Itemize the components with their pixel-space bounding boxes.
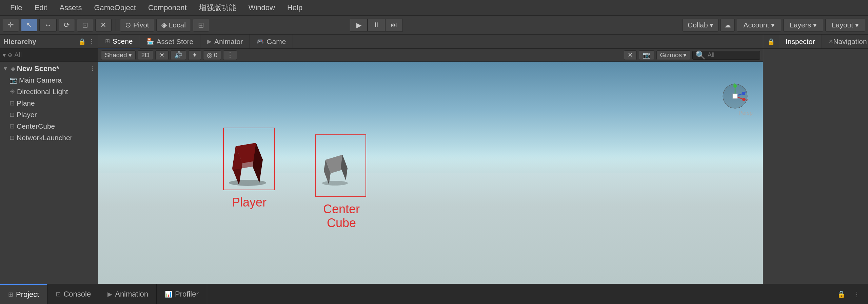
pivot-label: Pivot: [133, 21, 149, 29]
hierarchy-item-directional-light[interactable]: ☀ Directional Light: [0, 86, 98, 97]
layers-button[interactable]: Layers ▾: [783, 19, 823, 31]
inspector-lock-icon[interactable]: 🔒: [763, 35, 779, 48]
hierarchy-search-bar: ▾ ⊕: [0, 49, 98, 62]
collab-button[interactable]: Collab ▾: [683, 19, 718, 31]
hierarchy-item-plane[interactable]: ⊡ Plane: [0, 97, 98, 109]
play-controls: ▶ ⏸ ⏭: [350, 19, 403, 31]
svg-point-8: [322, 181, 348, 186]
light-icon: ☀: [9, 88, 15, 95]
hierarchy-menu-icon[interactable]: ⋮: [88, 38, 95, 45]
tab-inspector[interactable]: Inspector: [779, 35, 822, 48]
gizmos-button[interactable]: Gizmos ▾: [656, 50, 690, 60]
menu-enhanced[interactable]: 增强版功能: [193, 0, 242, 16]
ground-background: [98, 173, 763, 284]
menu-file[interactable]: File: [4, 1, 28, 15]
main-camera-label: Main Camera: [19, 76, 62, 84]
cloud-button[interactable]: ☁: [721, 19, 735, 31]
project-tab-label: Project: [16, 290, 39, 299]
centercube-3d-object: [320, 148, 358, 189]
bottom-right-controls: 🔒 ⋮: [830, 284, 868, 304]
navigation-close-icon[interactable]: ✕: [829, 38, 833, 45]
inspector-content: [763, 49, 868, 284]
tab-console[interactable]: ⊡ Console: [47, 284, 99, 304]
scene-root-label: New Scene*: [17, 64, 59, 73]
tab-game[interactable]: 🎮 Game: [250, 35, 293, 48]
lighting-button[interactable]: ☀: [155, 50, 169, 60]
audio-button[interactable]: 🔊: [171, 50, 186, 60]
hierarchy-item-player[interactable]: ⊡ Player: [0, 109, 98, 121]
pivot-button[interactable]: ⊙ Pivot: [120, 19, 154, 31]
tool-move[interactable]: ↖: [21, 19, 37, 31]
networklauncher-label: NetworkLauncher: [17, 134, 73, 142]
center-panel: ⊞ Scene 🏪 Asset Store ▶ Animator 🎮 Game …: [98, 35, 763, 284]
bottom-lock-icon[interactable]: 🔒: [835, 288, 847, 300]
player-icon: ⊡: [9, 111, 15, 118]
tool-scale[interactable]: ⟳: [59, 19, 75, 31]
console-tab-icon: ⊡: [56, 290, 61, 298]
account-button[interactable]: Account ▾: [737, 19, 781, 31]
layout-button[interactable]: Layout ▾: [825, 19, 865, 31]
hierarchy-lock-icon[interactable]: 🔒: [78, 38, 86, 45]
gizmo-axis-widget[interactable]: Y X Z: [722, 83, 749, 110]
hierarchy-title: Hierarchy: [3, 38, 36, 46]
bottom-menu-icon[interactable]: ⋮: [851, 288, 863, 300]
layer-button[interactable]: ◎ 0: [203, 50, 221, 60]
menu-assets[interactable]: Assets: [53, 1, 88, 15]
tool-rotate[interactable]: ↔: [39, 19, 57, 31]
animation-tab-label: Animation: [115, 290, 148, 299]
local-button[interactable]: ◈ Local: [156, 19, 191, 31]
pivot-icon: ⊙: [125, 21, 131, 29]
scene-view[interactable]: Player CenterCube: [98, 62, 763, 284]
scene-tab-icon: ⊞: [105, 38, 110, 45]
pause-button[interactable]: ⏸: [368, 19, 385, 31]
tool-transform[interactable]: ✕: [95, 19, 112, 31]
tab-profiler[interactable]: 📊 Profiler: [157, 284, 207, 304]
2d-button[interactable]: 2D: [138, 50, 153, 60]
menu-edit[interactable]: Edit: [28, 1, 53, 15]
scene-tab-label: Scene: [113, 37, 133, 45]
scene-pick-button[interactable]: ✕: [624, 50, 637, 60]
scene-cam-button[interactable]: 📷: [639, 50, 654, 60]
tab-asset-store[interactable]: 🏪 Asset Store: [140, 35, 201, 48]
svg-point-13: [742, 98, 746, 101]
svg-point-4: [229, 180, 266, 186]
more-button[interactable]: ⋮: [223, 50, 237, 60]
hierarchy-item-networklauncher[interactable]: ⊡ NetworkLauncher: [0, 132, 98, 144]
tab-project[interactable]: ⊞ Project: [0, 284, 47, 304]
tool-rect[interactable]: ⊡: [77, 19, 93, 31]
tab-navigation[interactable]: ✕ Navigation: [822, 35, 868, 48]
tab-animator[interactable]: ▶ Animator: [200, 35, 250, 48]
step-button[interactable]: ⏭: [385, 19, 403, 31]
scene-search-input[interactable]: [708, 51, 757, 59]
centercube-label: CenterCube: [17, 122, 55, 130]
toolbar: ✛ ↖ ↔ ⟳ ⊡ ✕ ⊙ Pivot ◈ Local ⊞ ▶ ⏸ ⏭ Coll…: [0, 16, 868, 35]
scene-menu-icon[interactable]: ⋮: [90, 65, 95, 72]
hierarchy-item-centercube[interactable]: ⊡ CenterCube: [0, 121, 98, 132]
shading-dropdown[interactable]: Shaded ▾: [101, 50, 136, 60]
filter-icon: ⊕: [8, 52, 12, 58]
menu-gameobject[interactable]: GameObject: [88, 1, 142, 15]
tab-animation[interactable]: ▶ Animation: [99, 284, 157, 304]
menu-component[interactable]: Component: [142, 1, 193, 15]
fx-button[interactable]: ✦: [188, 50, 201, 60]
menu-window[interactable]: Window: [242, 1, 281, 15]
centercube-icon: ⊡: [9, 123, 15, 130]
player-3d-object: [229, 133, 270, 187]
top-right-buttons: Collab ▾ ☁ Account ▾ Layers ▾ Layout ▾: [683, 19, 865, 31]
right-panel: 🔒 Inspector ✕ Navigation ⤡: [763, 35, 868, 284]
menu-help[interactable]: Help: [281, 1, 309, 15]
grid-button[interactable]: ⊞: [193, 19, 209, 31]
hierarchy-search-input[interactable]: [14, 51, 100, 59]
networklauncher-icon: ⊡: [9, 134, 15, 142]
tab-scene[interactable]: ⊞ Scene: [98, 35, 140, 48]
profiler-tab-label: Profiler: [175, 290, 199, 299]
profiler-tab-icon: 📊: [165, 290, 172, 298]
animator-tab-icon: ▶: [207, 38, 212, 45]
hierarchy-item-main-camera[interactable]: 📷 Main Camera: [0, 74, 98, 86]
tool-hand[interactable]: ✛: [3, 19, 19, 31]
asset-store-tab-icon: 🏪: [147, 38, 154, 45]
scene-search: 🔍: [692, 51, 760, 60]
play-button[interactable]: ▶: [350, 19, 368, 31]
gizmos-arrow: ▾: [683, 51, 687, 59]
hierarchy-scene-root[interactable]: ▼ ◈ New Scene* ⋮: [0, 63, 98, 74]
